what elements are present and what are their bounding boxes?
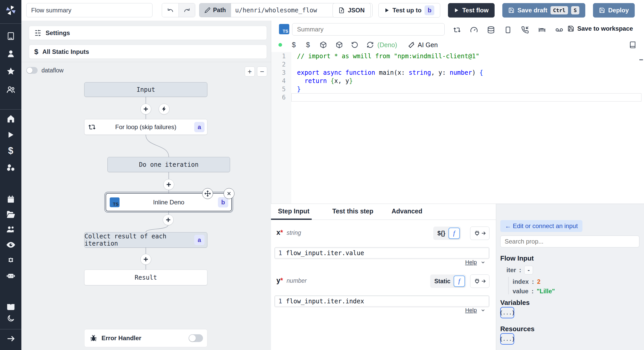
- workers-users-gear-icon[interactable]: [0, 225, 21, 234]
- resources-expand-chip[interactable]: {...}: [500, 333, 514, 345]
- redo-button[interactable]: [179, 3, 195, 17]
- zoom-in-button[interactable]: +: [245, 66, 255, 77]
- sidebar-divider: [0, 23, 21, 24]
- add-variable-dollar-icon[interactable]: $: [292, 41, 296, 49]
- field-x-help-link[interactable]: Help: [465, 259, 486, 266]
- path-chip[interactable]: Path: [199, 3, 231, 17]
- add-resource-dollar-icon[interactable]: $: [306, 41, 310, 49]
- edit-or-connect-button[interactable]: ← Edit or connect an input: [500, 220, 582, 232]
- save-icon: [567, 25, 574, 32]
- mock-square-icon[interactable]: [504, 26, 512, 34]
- dataflow-toggle[interactable]: [26, 67, 38, 74]
- add-step-button[interactable]: [163, 214, 174, 225]
- code-line[interactable]: 1// import * as wmill from "npm:windmill…: [271, 52, 644, 60]
- tree-row-iter[interactable]: iter : -: [506, 266, 533, 274]
- field-y-help-link[interactable]: Help: [465, 307, 486, 314]
- zoom-out-button[interactable]: −: [257, 66, 267, 77]
- flow-settings-button[interactable]: Settings: [29, 26, 267, 40]
- ai-gen-button[interactable]: AI Gen: [408, 41, 438, 49]
- groups-icon[interactable]: [0, 85, 21, 94]
- node-input[interactable]: Input: [84, 82, 207, 97]
- prop-search-input[interactable]: [500, 236, 639, 247]
- user-icon[interactable]: [0, 49, 21, 59]
- tree-row-index[interactable]: index : 2: [513, 278, 540, 285]
- tree-value-string: "Lille": [537, 288, 555, 295]
- deploy-button[interactable]: Deploy: [593, 3, 635, 18]
- add-step-button[interactable]: [140, 104, 151, 114]
- undo-button[interactable]: [162, 3, 179, 17]
- variables-expand-chip[interactable]: {...}: [500, 307, 514, 318]
- code-line[interactable]: 6: [271, 93, 644, 102]
- gauge-icon[interactable]: [470, 26, 478, 34]
- tab-test-this-step[interactable]: Test this step: [332, 207, 373, 215]
- error-handler-bar[interactable]: Error Handler: [84, 329, 207, 347]
- error-handler-toggle[interactable]: [189, 334, 203, 342]
- voicemail-icon[interactable]: [555, 26, 563, 34]
- kbd-ctrl: Ctrl: [550, 6, 568, 14]
- code-line[interactable]: 5}: [271, 85, 644, 93]
- collapse-chip[interactable]: -: [524, 266, 533, 274]
- function-mode-chip[interactable]: f: [448, 228, 460, 239]
- step-summary-input[interactable]: [292, 23, 445, 36]
- schedules-calendar-icon[interactable]: [0, 195, 21, 204]
- package-icon[interactable]: [336, 41, 343, 48]
- library-book-icon[interactable]: [629, 41, 636, 48]
- node-result[interactable]: Result: [84, 270, 207, 285]
- audit-eye-icon[interactable]: [0, 240, 21, 249]
- test-up-to-button[interactable]: Test up to b: [378, 3, 440, 18]
- scrollbar-dash[interactable]: [639, 59, 643, 60]
- node-for-loop[interactable]: For loop (skip failures) a: [84, 119, 207, 135]
- docs-book-icon[interactable]: [0, 302, 21, 312]
- json-button[interactable]: JSON: [333, 3, 370, 18]
- tab-step-input[interactable]: Step Input: [278, 207, 309, 215]
- field-x-expression-input[interactable]: 1 flow_input.iter.value: [274, 247, 489, 259]
- node-collect-result[interactable]: Collect result of each iteration a: [84, 232, 207, 248]
- tab-advanced[interactable]: Advanced: [392, 207, 422, 215]
- field-y-expression-input[interactable]: 1 flow_input.iter.index: [274, 295, 489, 307]
- function-mode-chip[interactable]: f: [454, 276, 465, 287]
- save-draft-button[interactable]: Save draft Ctrl S: [502, 3, 585, 18]
- code-line[interactable]: 2: [271, 60, 644, 69]
- move-step-handle[interactable]: [202, 188, 213, 199]
- reload-refresh-icon[interactable]: [367, 41, 374, 48]
- field-x-mode-toggle[interactable]: ${} f: [433, 227, 461, 240]
- cache-database-icon[interactable]: [487, 26, 495, 34]
- field-y-connect-button[interactable]: [470, 274, 489, 288]
- add-step-button[interactable]: [163, 179, 174, 190]
- reset-rotate-ccw-icon[interactable]: [351, 41, 358, 48]
- ai-robot-icon[interactable]: [0, 271, 21, 280]
- runs-play-icon[interactable]: [0, 130, 21, 139]
- workspace-building-icon[interactable]: [0, 31, 21, 41]
- save-to-workspace-button[interactable]: Save to workspace: [567, 25, 633, 32]
- delete-step-button[interactable]: [224, 188, 234, 199]
- add-step-button[interactable]: [140, 254, 151, 265]
- all-static-inputs-button[interactable]: $ All Static Inputs: [29, 45, 267, 59]
- home-icon[interactable]: [0, 114, 21, 123]
- field-x-connect-button[interactable]: [470, 227, 489, 240]
- code-editor[interactable]: 1// import * as wmill from "npm:windmill…: [271, 52, 644, 204]
- resources-cubes-icon[interactable]: [0, 163, 21, 172]
- tree-row-value[interactable]: value : "Lille": [513, 288, 555, 295]
- folders-icon[interactable]: [0, 210, 21, 219]
- settings-gear-icon[interactable]: [0, 255, 21, 265]
- test-flow-button[interactable]: Test flow: [448, 3, 494, 18]
- dark-mode-moon-icon[interactable]: [0, 314, 21, 323]
- flow-summary-input[interactable]: [26, 3, 152, 17]
- windmill-logo-icon[interactable]: [0, 4, 21, 16]
- sleep-bed-icon[interactable]: [538, 26, 546, 34]
- node-do-one-iteration[interactable]: Do one iteration: [107, 157, 230, 172]
- field-y-mode-toggle[interactable]: Static f: [430, 274, 466, 288]
- variables-dollar-icon[interactable]: $: [0, 146, 21, 155]
- phone-incoming-icon[interactable]: [521, 26, 529, 34]
- runtime-label[interactable]: (Deno): [377, 41, 397, 49]
- retry-repeat-icon[interactable]: [453, 26, 461, 34]
- collapse-arrow-icon[interactable]: [0, 334, 21, 343]
- field-name: x: [276, 229, 280, 236]
- test-up-to-step-badge: b: [425, 5, 434, 15]
- trigger-bolt-button[interactable]: [159, 104, 170, 114]
- node-inline-deno-selected[interactable]: TS Inline Deno b: [106, 193, 232, 211]
- code-line[interactable]: 4 return {x, y}: [271, 77, 644, 85]
- code-line[interactable]: 3export async function main(x: string, y…: [271, 69, 644, 77]
- favorites-star-icon[interactable]: [0, 67, 21, 76]
- package-icon[interactable]: [320, 41, 327, 48]
